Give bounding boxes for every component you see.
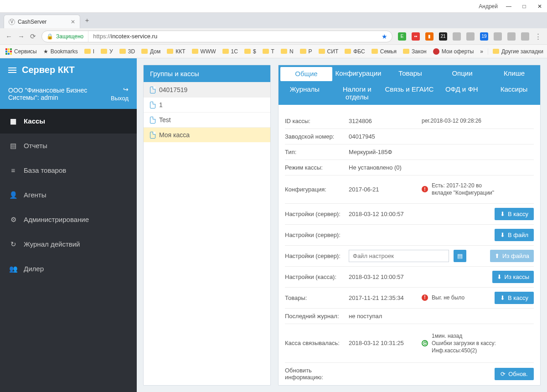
row-type: Тип: Меркурий-185Ф [285, 144, 534, 160]
file-icon [150, 117, 155, 124]
list-item[interactable]: 1 [144, 97, 270, 112]
tab-journals[interactable]: Журналы [279, 81, 331, 105]
file-icon: ▤ [457, 253, 463, 259]
groups-panel: Группы и кассы 04017519 1 Test Моя касса [143, 65, 271, 386]
bookmark-folder[interactable]: Закон [403, 48, 427, 55]
extension-icon[interactable]: 21 [439, 32, 447, 41]
bookmark-item[interactable]: ★Bookmarks [43, 48, 78, 55]
list-item[interactable]: 04017519 [144, 82, 270, 97]
settings-file-input[interactable] [349, 250, 449, 262]
menu-icon[interactable]: ⋮ [535, 32, 542, 41]
nav-kassy[interactable]: ▦ Кассы [0, 109, 137, 134]
bookmark-folder[interactable]: T [263, 48, 274, 55]
browser-tab[interactable]: V CashServer ✕ [4, 15, 80, 28]
nav-reports[interactable]: ▤ Отчеты [0, 134, 137, 158]
users-icon: 👥 [9, 265, 17, 273]
upload-icon: ⬆ [495, 253, 500, 259]
bookmark-folder[interactable]: $ [244, 48, 256, 55]
app-root: Сервер ККТ ООО "Финансовые Бизнес Систем… [0, 58, 547, 392]
extension-icon[interactable] [494, 32, 502, 41]
nav-dealer[interactable]: 👥 Дилер [0, 257, 137, 281]
refresh-icon: ⟳ [501, 371, 506, 377]
extension-icons: E ▪▪ ▮ 21 19 ⋮ [398, 32, 542, 41]
nav-admin[interactable]: ⚙ Администрирование [0, 207, 137, 232]
extension-icon[interactable]: E [398, 32, 406, 41]
window-controls: — □ ✕ [505, 3, 543, 10]
nav-goods-db[interactable]: ≡ База товаров [0, 158, 137, 183]
maximize-button[interactable]: □ [521, 3, 528, 10]
apps-button[interactable]: Сервисы [5, 48, 37, 55]
groups-list: 04017519 1 Test Моя касса [144, 82, 270, 142]
extension-icon[interactable]: 19 [480, 32, 488, 41]
other-bookmarks[interactable]: Другие закладки [493, 48, 543, 55]
to-kassa-button[interactable]: ⬇В кассу [495, 208, 534, 220]
agent-icon: 👤 [9, 191, 17, 199]
bookmark-folder[interactable]: СИТ [319, 48, 339, 55]
back-button[interactable]: ← [5, 32, 12, 40]
from-file-button[interactable]: ⬆Из файла [490, 250, 534, 262]
content-area: Группы и кассы 04017519 1 Test Моя касса [137, 58, 547, 392]
extension-icon[interactable]: ▮ [425, 32, 433, 41]
refresh-button[interactable]: ⟳Обнов. [495, 368, 534, 380]
bookmark-folder[interactable]: Семья [372, 48, 397, 55]
favicon-icon: V [9, 19, 15, 25]
tab-cliche[interactable]: Клише [488, 65, 540, 81]
browse-file-button[interactable]: ▤ [454, 250, 466, 262]
tab-egais[interactable]: Связь и ЕГАИС [383, 81, 436, 105]
logout-button[interactable]: ↪ Выход [111, 85, 129, 103]
list-item[interactable]: Моя касса [144, 127, 270, 142]
forward-button[interactable]: → [18, 32, 25, 40]
reload-button[interactable]: ⟳ [30, 32, 36, 41]
bookmark-folder[interactable]: 3D [119, 48, 135, 55]
bookmark-folder[interactable]: ФБС [345, 48, 365, 55]
bookmark-folder[interactable]: У [101, 48, 113, 55]
to-kassa-button[interactable]: ⬇В кассу [495, 292, 534, 304]
tab-goods[interactable]: Товары [384, 65, 436, 81]
nav-logs[interactable]: ↻ Журнал действий [0, 232, 137, 257]
org-name: ООО "Финансовые Бизнес Системы": admin [8, 87, 99, 101]
bookmark-folder[interactable]: P [300, 48, 312, 55]
hamburger-icon[interactable] [8, 67, 16, 73]
secure-label: Защищено [56, 33, 83, 40]
tab-close-icon[interactable]: ✕ [71, 19, 75, 25]
download-icon: ⬇ [500, 294, 505, 301]
extension-icon[interactable] [507, 32, 516, 41]
url-field[interactable]: 🔒 Защищено https://incotex-service.ru ★ [41, 31, 392, 42]
extension-icon[interactable] [521, 32, 529, 41]
ok-icon [422, 340, 428, 346]
to-file-button[interactable]: ⬇В файл [495, 229, 534, 241]
grid-icon: ▦ [9, 117, 17, 125]
extension-icon[interactable] [466, 32, 475, 41]
bookmark-folder[interactable]: N [281, 48, 294, 55]
download-icon: ⬇ [500, 211, 505, 217]
error-icon: ! [422, 294, 428, 301]
bookmark-folder[interactable]: WWW [192, 48, 216, 55]
row-factory: Заводской номер: 04017945 [285, 129, 534, 144]
tab-config[interactable]: Конфигурации [332, 65, 384, 81]
bookmark-folder[interactable]: ККТ [167, 48, 185, 55]
row-config: Конфигурация: 2017-06-21 !Есть: 2017-12-… [285, 175, 534, 203]
bookmark-folder[interactable]: Дом [141, 48, 160, 55]
bookmarks-overflow[interactable]: » [480, 48, 483, 55]
tab-ofd[interactable]: ОФД и ФН [435, 81, 488, 105]
star-icon[interactable]: ★ [382, 33, 387, 40]
list-item[interactable]: Test [144, 112, 270, 127]
tab-general[interactable]: Общие [280, 67, 332, 81]
row-settings-server-3: Настройки (сервер): ▤ ⬆Из файла [285, 246, 534, 267]
tab-options[interactable]: Опции [436, 65, 488, 81]
extension-icon[interactable] [453, 32, 461, 41]
nav-agents[interactable]: 👤 Агенты [0, 183, 137, 207]
bookmark-item[interactable]: Мои оферты [433, 48, 474, 55]
close-button[interactable]: ✕ [536, 3, 543, 10]
tab-taxes[interactable]: Налоги и отделы [331, 81, 383, 105]
extension-icon[interactable]: ▪▪ [412, 32, 420, 41]
file-icon [150, 102, 155, 108]
database-icon: ≡ [9, 166, 17, 175]
from-kassa-button[interactable]: ⬇Из кассы [492, 271, 534, 283]
bookmark-folder[interactable]: I [84, 48, 94, 55]
bookmark-folder[interactable]: 1C [222, 48, 238, 55]
tab-cashiers[interactable]: Кассиры [488, 81, 540, 105]
browser-tabstrip: V CashServer ✕ ＋ [0, 13, 547, 28]
minimize-button[interactable]: — [505, 3, 512, 10]
new-tab-button[interactable]: ＋ [84, 16, 90, 28]
